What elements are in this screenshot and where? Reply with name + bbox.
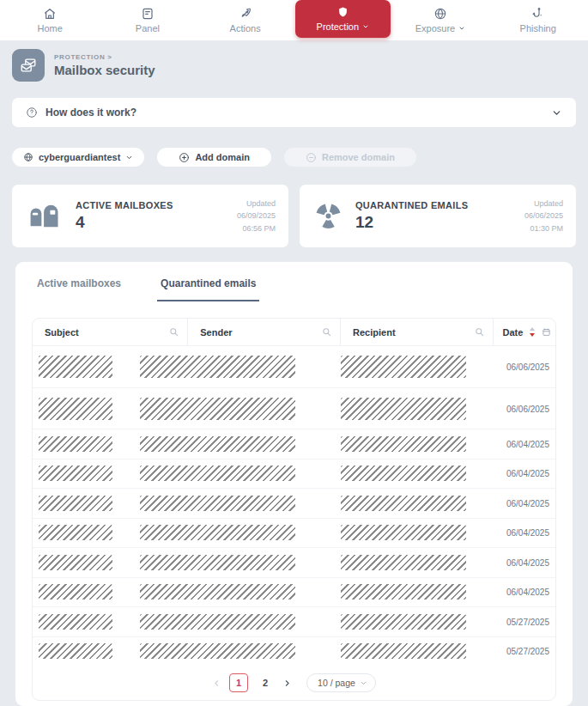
domain-select-value: cyberguardiantest <box>39 152 120 162</box>
home-icon <box>43 7 57 21</box>
fish-hook-icon <box>531 7 545 21</box>
shield-icon <box>336 6 349 19</box>
search-icon[interactable] <box>322 327 331 337</box>
redacted-recipient <box>341 398 466 420</box>
nav-item-phishing[interactable]: Phishing <box>490 0 585 40</box>
active-mailboxes-card: ACTIVE MAILBOXES 4 Updated 06/09/2025 06… <box>12 185 288 247</box>
sort-ascending-icon <box>530 327 535 331</box>
sort-descending-icon <box>530 333 535 337</box>
table-row[interactable]: 06/04/2025 <box>33 459 555 489</box>
nav-item-home[interactable]: Home <box>3 0 98 40</box>
chevron-down-icon <box>360 679 367 687</box>
row-date: 06/06/2025 <box>506 404 549 413</box>
mail-stack-icon <box>12 49 45 82</box>
table-row[interactable]: 05/27/2025 <box>33 636 555 666</box>
row-date: 06/04/2025 <box>506 587 549 597</box>
minus-circle-icon <box>306 152 317 163</box>
search-icon[interactable] <box>475 327 484 337</box>
redacted-sender <box>140 614 295 630</box>
nav-label: Actions <box>230 23 261 33</box>
redacted-sender <box>140 436 295 452</box>
nav-item-exposure[interactable]: Exposure <box>393 0 488 40</box>
redacted-recipient <box>341 555 466 570</box>
column-header-date: Date <box>493 319 555 345</box>
row-date: 06/04/2025 <box>506 439 549 448</box>
stat-label: ACTIVE MAILBOXES <box>76 200 173 210</box>
how-it-works-label: How does it work? <box>45 107 136 119</box>
redacted-subject <box>39 356 112 378</box>
stat-updated: Updated 06/09/2025 06:56 PM <box>237 198 276 234</box>
redacted-subject <box>39 398 112 420</box>
table-row[interactable]: 06/04/2025 <box>33 518 555 548</box>
nav-item-panel[interactable]: Panel <box>100 0 195 40</box>
pagination: 1 2 10 / page <box>33 666 555 700</box>
table-row[interactable]: 06/06/2025 <box>33 387 555 429</box>
page-button-2[interactable]: 2 <box>256 673 275 692</box>
quarantined-emails-table: Subject Sender Recipient <box>32 318 556 701</box>
chevron-down-icon <box>458 25 465 32</box>
add-domain-label: Add domain <box>195 152 250 162</box>
redacted-subject <box>39 584 112 599</box>
stat-label: QUARANTINED EMAILS <box>355 200 468 210</box>
tab-active-mailboxes[interactable]: Active mailboxes <box>33 277 124 301</box>
breadcrumb-section[interactable]: PROTECTION > <box>54 53 155 61</box>
row-date: 06/06/2025 <box>506 362 549 372</box>
redacted-recipient <box>341 496 466 511</box>
redacted-recipient <box>341 436 466 452</box>
table-row[interactable]: 06/04/2025 <box>33 429 555 459</box>
redacted-sender <box>140 525 295 540</box>
calendar-filter-icon[interactable] <box>542 327 551 337</box>
previous-page-button[interactable] <box>212 679 221 688</box>
remove-domain-label: Remove domain <box>322 152 395 162</box>
tab-quarantined-emails[interactable]: Quarantined emails <box>157 277 259 301</box>
page-title: Mailbox security <box>54 63 155 77</box>
how-it-works-accordion[interactable]: How does it work? <box>12 98 576 127</box>
chevron-left-icon <box>212 679 221 688</box>
chevron-down-icon <box>125 154 133 161</box>
top-nav: Home Panel Actions Protection Exposure P… <box>0 0 588 40</box>
row-date: 05/27/2025 <box>506 647 549 656</box>
question-circle-icon <box>26 107 38 119</box>
breadcrumb: PROTECTION > Mailbox security <box>12 49 576 82</box>
stat-cards: ACTIVE MAILBOXES 4 Updated 06/09/2025 06… <box>12 185 576 247</box>
redacted-sender <box>140 356 295 378</box>
redacted-subject <box>39 525 112 540</box>
table-body: 06/06/2025 06/06/2025 06/04/2025 <box>33 346 555 666</box>
rocket-icon <box>239 7 252 21</box>
redacted-sender <box>140 555 295 570</box>
column-header-subject: Subject <box>33 319 187 345</box>
row-date: 06/04/2025 <box>506 557 549 567</box>
domain-select[interactable]: cyberguardiantest <box>12 148 144 167</box>
nav-item-protection[interactable]: Protection <box>295 0 391 38</box>
redacted-recipient <box>341 643 466 659</box>
quarantined-emails-card: QUARANTINED EMAILS 12 Updated 06/06/2025… <box>300 185 576 247</box>
table-row[interactable]: 06/04/2025 <box>33 488 555 518</box>
redacted-sender <box>140 398 295 420</box>
table-row[interactable]: 06/04/2025 <box>33 577 555 607</box>
table-header: Subject Sender Recipient <box>33 319 555 346</box>
redacted-sender <box>140 643 295 659</box>
redacted-subject <box>39 436 112 452</box>
redacted-sender <box>140 496 295 511</box>
tabs: Active mailboxes Quarantined emails <box>32 277 556 301</box>
panel-icon <box>141 7 155 21</box>
nav-item-actions[interactable]: Actions <box>197 0 293 40</box>
search-icon[interactable] <box>169 327 179 337</box>
mailbox-security-panel: Active mailboxes Quarantined emails Subj… <box>15 262 573 706</box>
nav-label: Protection <box>317 21 360 32</box>
redacted-recipient <box>341 466 466 481</box>
table-row[interactable]: 06/04/2025 <box>33 547 555 577</box>
remove-domain-button[interactable]: Remove domain <box>284 148 416 167</box>
redacted-recipient <box>341 525 466 540</box>
row-date: 06/04/2025 <box>506 469 549 478</box>
add-domain-button[interactable]: Add domain <box>157 148 271 167</box>
table-row[interactable]: 05/27/2025 <box>33 606 555 636</box>
chevron-right-icon <box>282 679 292 688</box>
page-button-1[interactable]: 1 <box>229 673 248 692</box>
next-page-button[interactable] <box>282 679 292 688</box>
table-row[interactable]: 06/06/2025 <box>33 346 555 387</box>
page-size-select[interactable]: 10 / page <box>306 673 376 692</box>
page-size-value: 10 / page <box>318 678 355 688</box>
nav-label: Home <box>38 23 63 33</box>
sort-toggle[interactable] <box>530 327 535 337</box>
